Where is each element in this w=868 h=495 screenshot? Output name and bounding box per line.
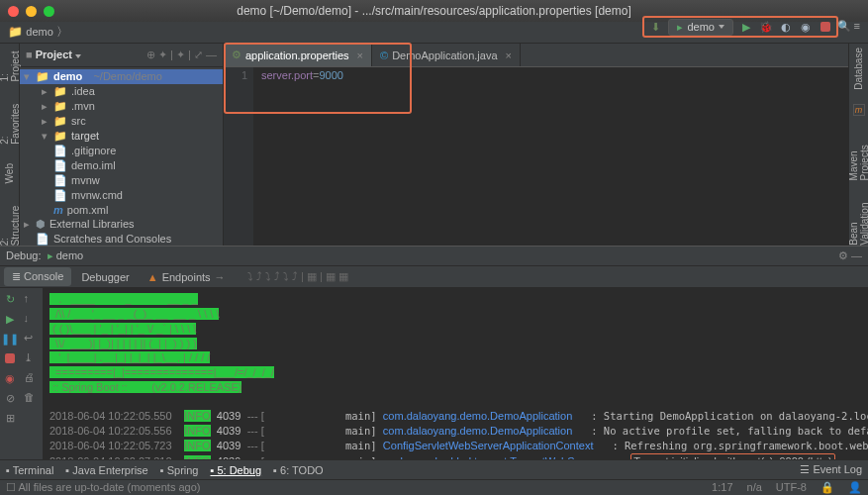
maven-icon[interactable]: m xyxy=(853,104,865,116)
editor-tabs: ⚙application.properties×©DemoApplication… xyxy=(224,44,848,67)
tool-tab-maven[interactable]: Maven Projects xyxy=(848,130,869,180)
profile-button[interactable]: ◉ xyxy=(799,20,813,34)
project-tool-window: ■ Project ⊕ ✦ | ✦ | ⤢ — ▾📁 demo ~/Demo/d… xyxy=(20,44,224,246)
event-log-tab[interactable]: ☰ Event Log xyxy=(800,463,862,476)
maximize-window-icon[interactable] xyxy=(44,6,54,17)
run-button[interactable]: ▶ xyxy=(739,20,753,34)
debug-tab[interactable]: ▲ Endpoints → xyxy=(140,268,234,286)
debug-step-tools[interactable]: ⤵ ⤴ ⤵ ⤴ ⤵ ⤴ | ▦ | ▦ ▦ xyxy=(247,270,348,283)
run-config-selector[interactable]: ▸ demo xyxy=(668,19,733,36)
mute-breakpoints-button[interactable]: ⊘ xyxy=(3,391,17,405)
tree-item[interactable]: 📄mvnw xyxy=(20,173,223,188)
pause-button[interactable]: ❚❚ xyxy=(3,332,17,346)
search-icon[interactable]: 🔍 ≡ xyxy=(837,20,860,33)
resume-button[interactable]: ▶ xyxy=(3,312,17,326)
tree-item[interactable]: mpom.xml xyxy=(20,203,223,217)
rerun-button[interactable]: ↻ xyxy=(3,292,17,306)
tree-root[interactable]: ▾📁 demo ~/Demo/demo xyxy=(20,69,223,84)
scroll-end-button[interactable]: ⤓ xyxy=(24,351,40,367)
run-toolbar: ⬇ ▸ demo ▶ 🐞 ◐ ◉ xyxy=(642,16,838,38)
debug-config-name: demo xyxy=(56,249,84,261)
build-icon[interactable]: ⬇ xyxy=(648,20,662,34)
view-breakpoints-button[interactable]: ◉ xyxy=(3,371,17,385)
debug-tab[interactable]: Debugger xyxy=(73,268,137,286)
console-controls: ↑ ↓ ↩ ⤓ 🖨 🗑 xyxy=(20,288,44,484)
editor-content[interactable]: server.port=9000 xyxy=(253,67,351,246)
tool-tab-bean-validation[interactable]: Bean Validation xyxy=(848,194,869,246)
up-stack-button[interactable]: ↑ xyxy=(24,292,40,308)
project-panel-title: Project xyxy=(36,49,72,60)
close-window-icon[interactable] xyxy=(8,6,19,17)
bottom-tab[interactable]: ▪ Java Enterprise xyxy=(65,464,147,476)
tool-tab-structure[interactable]: 2: Structure xyxy=(0,204,21,246)
stop-button[interactable] xyxy=(819,20,832,34)
bottom-tab[interactable]: ▪ Spring xyxy=(160,464,199,476)
editor-tab[interactable]: ⚙application.properties× xyxy=(224,44,372,66)
gutter: 1 xyxy=(224,67,253,246)
tree-item[interactable]: ▸📁.idea xyxy=(20,84,223,99)
debug-tabs: ≣ Console Debugger▲ Endpoints →⤵ ⤴ ⤵ ⤴ ⤵… xyxy=(0,266,868,288)
bottom-tab[interactable]: ▪ Terminal xyxy=(6,464,53,476)
bottom-tab[interactable]: ▪ 6: TODO xyxy=(273,464,324,476)
tool-tab-project[interactable]: 1: Project xyxy=(0,48,21,82)
tree-item[interactable]: 📄.gitignore xyxy=(20,144,223,158)
project-panel-tools[interactable]: ⊕ ✦ | ✦ | ⤢ — xyxy=(146,49,217,61)
caret-position: 1:17 xyxy=(712,481,732,494)
bottom-tab[interactable]: ▪ 5: Debug xyxy=(210,464,261,476)
tool-tab-favorites[interactable]: 2: Favorites xyxy=(0,102,21,145)
left-tool-stripe: 1: Project 2: Favorites Web 2: Structure xyxy=(0,44,20,246)
hector-icon[interactable]: 👤 xyxy=(848,481,862,494)
status-bar: ☐ All files are up-to-date (moments ago)… xyxy=(0,479,868,495)
close-tab-icon[interactable]: × xyxy=(357,50,363,61)
encoding: UTF-8 xyxy=(776,481,807,494)
editor: ⚙application.properties×©DemoApplication… xyxy=(224,44,848,246)
console-output[interactable]: . ____ _ __ _ _ /\\ / ___'_ __ _ _(_)_ _… xyxy=(44,288,868,484)
tree-scratches[interactable]: 📄Scratches and Consoles xyxy=(20,232,223,246)
window-title: demo [~/Demo/demo] - .../src/main/resour… xyxy=(237,4,631,18)
print-button[interactable]: 🖨 xyxy=(24,371,40,387)
soft-wrap-button[interactable]: ↩ xyxy=(24,332,40,347)
window-controls xyxy=(8,6,54,17)
debug-label: Debug: xyxy=(6,249,41,261)
editor-tab[interactable]: ©DemoApplication.java× xyxy=(372,44,521,66)
down-stack-button[interactable]: ↓ xyxy=(24,312,40,328)
tree-item[interactable]: ▸📁.mvn xyxy=(20,99,223,114)
minimize-window-icon[interactable] xyxy=(26,6,37,17)
tree-item[interactable]: 📄mvnw.cmd xyxy=(20,188,223,203)
tree-item[interactable]: 📄demo.iml xyxy=(20,158,223,173)
debug-run-controls: ↻ ▶ ❚❚ ◉ ⊘ ⊞ xyxy=(0,288,20,484)
coverage-button[interactable]: ◐ xyxy=(779,20,793,34)
debug-button[interactable]: 🐞 xyxy=(759,20,773,34)
stop-debug-button[interactable] xyxy=(3,351,17,365)
lock-icon[interactable]: 🔒 xyxy=(820,481,834,494)
tool-tab-web[interactable]: Web xyxy=(4,163,15,183)
status-message: All files are up-to-date (moments ago) xyxy=(18,481,200,493)
line-separator: n/a xyxy=(747,481,762,494)
tree-external-libraries[interactable]: ▸⬢External Libraries xyxy=(20,217,223,232)
breadcrumb[interactable]: 📁 demo 〉 xyxy=(8,24,68,41)
debug-tab[interactable]: ≣ Console xyxy=(4,267,71,286)
clear-button[interactable]: 🗑 xyxy=(24,391,40,407)
debug-tool-window: Debug: ▸ demo ⚙ — ≣ Console Debugger▲ En… xyxy=(0,246,868,484)
tree-item[interactable]: ▾📁target xyxy=(20,129,223,144)
bottom-tool-tabs: ▪ Terminal▪ Java Enterprise▪ Spring▪ 5: … xyxy=(0,459,868,479)
tool-tab-database[interactable]: Database xyxy=(853,48,864,90)
debug-panel-tools[interactable]: ⚙ — xyxy=(838,249,862,262)
project-tree[interactable]: ▾📁 demo ~/Demo/demo ▸📁.idea▸📁.mvn▸📁src▾📁… xyxy=(20,67,223,246)
layout-button[interactable]: ⊞ xyxy=(3,411,17,425)
right-tool-stripe: Database m Maven Projects Bean Validatio… xyxy=(848,44,868,246)
close-tab-icon[interactable]: × xyxy=(506,50,512,61)
tree-item[interactable]: ▸📁src xyxy=(20,114,223,129)
